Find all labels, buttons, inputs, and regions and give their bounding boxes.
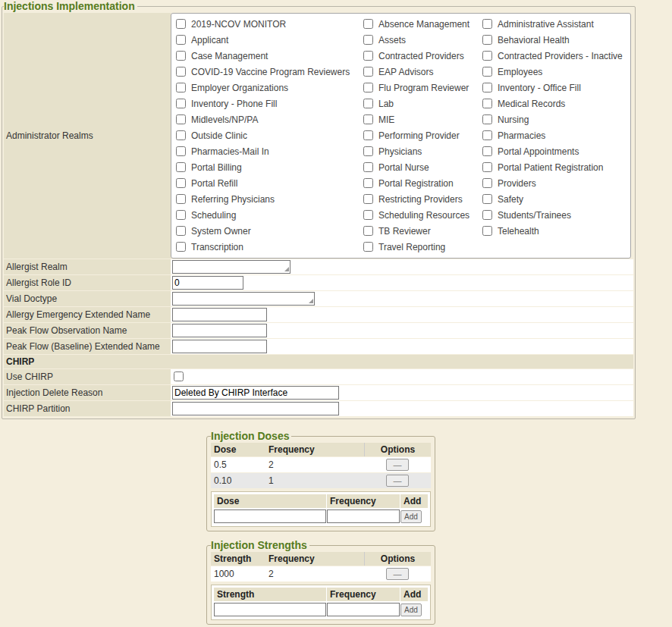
realm-checkbox[interactable]	[176, 242, 186, 252]
realm-checkbox-item[interactable]: Contracted Providers - Inactive	[482, 48, 623, 64]
realm-checkbox[interactable]	[176, 67, 186, 77]
realm-checkbox-item[interactable]: COVID-19 Vaccine Program Reviewers	[176, 64, 363, 80]
realm-checkbox[interactable]	[482, 19, 492, 29]
realm-checkbox-item[interactable]: Applicant	[176, 32, 363, 48]
realm-checkbox-item[interactable]: Flu Program Reviewer	[363, 80, 482, 96]
realm-checkbox[interactable]	[176, 35, 186, 45]
vial-doctype-input[interactable]	[172, 292, 315, 306]
new-dose-input[interactable]	[214, 509, 326, 523]
peak-flow-baseline-extended-name-input[interactable]	[172, 340, 267, 353]
realm-checkbox[interactable]	[482, 194, 492, 204]
realm-checkbox-item[interactable]: Students/Trainees	[482, 207, 623, 223]
new-strength-frequency-input[interactable]	[327, 603, 400, 616]
realm-checkbox[interactable]	[176, 194, 186, 204]
realm-checkbox[interactable]	[363, 99, 373, 108]
realm-checkbox[interactable]	[363, 178, 373, 188]
realm-checkbox[interactable]	[363, 242, 373, 252]
realm-checkbox-item[interactable]: Scheduling Resources	[363, 207, 482, 223]
realm-checkbox[interactable]	[176, 51, 186, 61]
realm-checkbox-item[interactable]: Inventory - Phone Fill	[176, 96, 363, 111]
use-chirp-checkbox[interactable]	[174, 371, 184, 381]
realm-checkbox-item[interactable]: Midlevels/NP/PA	[176, 111, 363, 127]
realm-checkbox[interactable]	[363, 226, 373, 236]
realm-checkbox[interactable]	[482, 83, 492, 92]
realm-checkbox[interactable]	[176, 130, 186, 140]
realm-checkbox-item[interactable]: Portal Billing	[176, 159, 363, 175]
realm-checkbox-item[interactable]: MIE	[363, 111, 482, 127]
realm-checkbox[interactable]	[176, 162, 186, 172]
realm-checkbox-item[interactable]: Medical Records	[482, 96, 623, 111]
realm-checkbox-item[interactable]: Telehealth	[482, 223, 623, 239]
new-strength-input[interactable]	[214, 603, 326, 616]
realm-checkbox[interactable]	[482, 226, 492, 236]
realm-checkbox-item[interactable]: Employees	[482, 64, 623, 80]
realm-checkbox[interactable]	[482, 210, 492, 220]
realm-checkbox[interactable]	[363, 67, 373, 77]
realm-checkbox[interactable]	[482, 146, 492, 156]
realm-checkbox[interactable]	[363, 83, 373, 92]
add-strength-button[interactable]: Add	[400, 603, 422, 616]
realm-checkbox[interactable]	[176, 83, 186, 92]
realm-checkbox[interactable]	[176, 226, 186, 236]
realm-checkbox[interactable]	[482, 35, 492, 45]
realm-checkbox[interactable]	[482, 178, 492, 188]
realm-checkbox-item[interactable]: Providers	[482, 175, 623, 191]
realm-checkbox-item[interactable]: 2019-NCOV MONITOR	[176, 16, 363, 32]
realm-checkbox[interactable]	[482, 114, 492, 124]
realm-checkbox-item[interactable]: Pharmacies	[482, 127, 623, 143]
remove-strength-button[interactable]: —	[386, 568, 409, 580]
realm-checkbox[interactable]	[363, 114, 373, 124]
realm-checkbox[interactable]	[363, 194, 373, 204]
realm-checkbox-item[interactable]: Performing Provider	[363, 127, 482, 143]
realm-checkbox-item[interactable]: Contracted Providers	[363, 48, 482, 64]
realm-checkbox-item[interactable]: Physicians	[363, 143, 482, 159]
realm-checkbox[interactable]	[363, 162, 373, 172]
realm-checkbox-item[interactable]: TB Reviewer	[363, 223, 482, 239]
realm-checkbox-item[interactable]: Portal Refill	[176, 175, 363, 191]
peak-flow-observation-name-input[interactable]	[172, 324, 267, 337]
allergist-realm-input[interactable]	[172, 260, 290, 274]
realm-checkbox[interactable]	[482, 67, 492, 77]
realm-checkbox[interactable]	[363, 19, 373, 29]
realm-checkbox[interactable]	[363, 146, 373, 156]
realm-checkbox-item[interactable]: Referring Physicians	[176, 191, 363, 207]
remove-dose-button[interactable]: —	[386, 459, 409, 471]
realm-checkbox-item[interactable]: Portal Appointments	[482, 143, 623, 159]
realm-checkbox[interactable]	[363, 35, 373, 45]
realm-checkbox-item[interactable]: Travel Reporting	[363, 239, 482, 255]
realm-checkbox-item[interactable]: Lab	[363, 96, 482, 111]
injection-delete-reason-input[interactable]	[172, 386, 339, 400]
realm-checkbox[interactable]	[176, 19, 186, 29]
chirp-partition-input[interactable]	[172, 402, 339, 415]
realm-checkbox[interactable]	[176, 114, 186, 124]
allergist-role-id-input[interactable]	[172, 276, 243, 290]
realm-checkbox-item[interactable]: Pharmacies-Mail In	[176, 143, 363, 159]
new-dose-frequency-input[interactable]	[327, 509, 400, 523]
realm-checkbox[interactable]	[482, 130, 492, 140]
realm-checkbox-item[interactable]: Portal Nurse	[363, 159, 482, 175]
realm-checkbox-item[interactable]: System Owner	[176, 223, 363, 239]
realm-checkbox[interactable]	[482, 162, 492, 172]
allergy-emergency-extended-name-input[interactable]	[172, 308, 267, 321]
realm-checkbox-item[interactable]: Portal Patient Registration	[482, 159, 623, 175]
realm-checkbox[interactable]	[363, 51, 373, 61]
realm-checkbox[interactable]	[482, 99, 492, 108]
realm-checkbox[interactable]	[176, 178, 186, 188]
remove-dose-button[interactable]: —	[386, 475, 409, 487]
realm-checkbox-item[interactable]: Scheduling	[176, 207, 363, 223]
realm-checkbox-item[interactable]: Nursing	[482, 111, 623, 127]
realm-checkbox[interactable]	[176, 210, 186, 220]
realm-checkbox-item[interactable]: Transcription	[176, 239, 363, 255]
realm-checkbox[interactable]	[363, 130, 373, 140]
realm-checkbox-item[interactable]: Safety	[482, 191, 623, 207]
add-dose-button[interactable]: Add	[400, 510, 422, 523]
realm-checkbox[interactable]	[176, 99, 186, 108]
realm-checkbox[interactable]	[482, 51, 492, 61]
realm-checkbox[interactable]	[176, 146, 186, 156]
realm-checkbox-item[interactable]: Employer Organizations	[176, 80, 363, 96]
realm-checkbox-item[interactable]: Behavioral Health	[482, 32, 623, 48]
realm-checkbox-item[interactable]: Portal Registration	[363, 175, 482, 191]
realm-checkbox-item[interactable]: Case Management	[176, 48, 363, 64]
realm-checkbox-item[interactable]: Absence Management	[363, 16, 482, 32]
realm-checkbox-item[interactable]: Inventory - Office Fill	[482, 80, 623, 96]
